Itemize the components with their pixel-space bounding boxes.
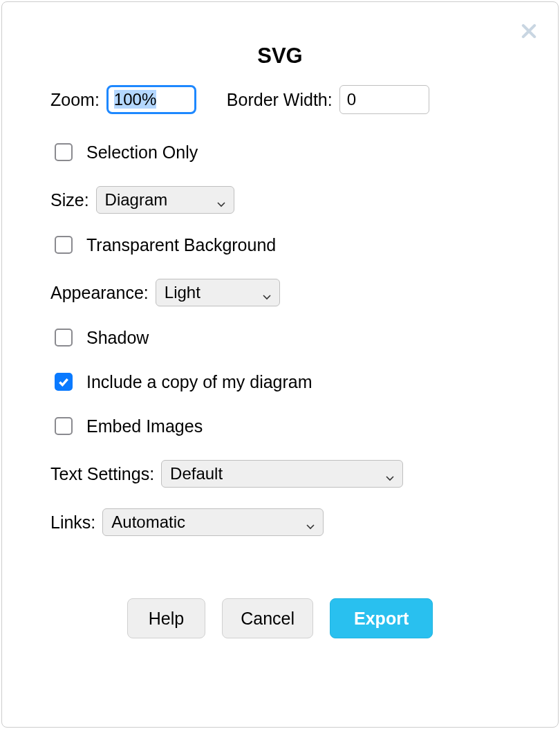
- shadow-row: Shadow: [50, 327, 510, 348]
- shadow-checkbox[interactable]: [55, 329, 73, 347]
- size-value: Diagram: [105, 190, 168, 210]
- links-row: Links: Automatic: [50, 508, 510, 536]
- border-width-label: Border Width:: [227, 89, 333, 110]
- embed-images-row: Embed Images: [50, 416, 510, 436]
- dialog-body: Zoom: 100% Border Width: Selection Only …: [2, 85, 558, 638]
- embed-images-checkbox[interactable]: [55, 417, 73, 435]
- dialog-footer: Help Cancel Export: [50, 598, 510, 638]
- shadow-label: Shadow: [86, 327, 149, 348]
- dialog-title: SVG: [2, 44, 558, 68]
- appearance-value: Light: [165, 283, 200, 303]
- size-select[interactable]: Diagram: [96, 186, 234, 214]
- zoom-label: Zoom:: [50, 89, 100, 110]
- appearance-select[interactable]: Light: [156, 279, 280, 306]
- chevron-down-icon: [261, 287, 272, 298]
- text-settings-row: Text Settings: Default: [50, 460, 510, 488]
- appearance-row: Appearance: Light: [50, 279, 510, 306]
- text-settings-value: Default: [170, 464, 223, 484]
- include-copy-label: Include a copy of my diagram: [86, 371, 312, 392]
- text-settings-select[interactable]: Default: [161, 460, 403, 488]
- transparent-bg-row: Transparent Background: [50, 234, 510, 255]
- transparent-bg-checkbox[interactable]: [55, 236, 73, 254]
- links-label: Links:: [50, 512, 95, 533]
- cancel-button[interactable]: Cancel: [222, 598, 313, 638]
- include-copy-checkbox[interactable]: [55, 373, 73, 391]
- include-copy-row: Include a copy of my diagram: [50, 371, 510, 392]
- size-row: Size: Diagram: [50, 186, 510, 214]
- zoom-value: 100%: [114, 90, 156, 109]
- text-settings-label: Text Settings:: [50, 463, 154, 484]
- appearance-label: Appearance:: [50, 282, 149, 303]
- border-width-input[interactable]: [339, 85, 429, 114]
- size-label: Size:: [50, 190, 89, 210]
- transparent-bg-label: Transparent Background: [86, 234, 276, 255]
- selection-only-label: Selection Only: [86, 142, 198, 163]
- help-button[interactable]: Help: [127, 598, 205, 638]
- chevron-down-icon: [216, 194, 227, 205]
- links-value: Automatic: [111, 513, 185, 533]
- export-button[interactable]: Export: [330, 598, 433, 638]
- embed-images-label: Embed Images: [86, 416, 203, 436]
- close-icon[interactable]: [519, 21, 539, 41]
- export-svg-dialog: SVG Zoom: 100% Border Width: Selection O…: [1, 1, 559, 728]
- chevron-down-icon: [305, 517, 316, 528]
- links-select[interactable]: Automatic: [102, 508, 324, 536]
- zoom-input[interactable]: 100%: [106, 85, 196, 114]
- chevron-down-icon: [384, 468, 395, 479]
- zoom-border-row: Zoom: 100% Border Width:: [50, 85, 510, 114]
- selection-only-row: Selection Only: [50, 142, 510, 163]
- selection-only-checkbox[interactable]: [55, 143, 73, 161]
